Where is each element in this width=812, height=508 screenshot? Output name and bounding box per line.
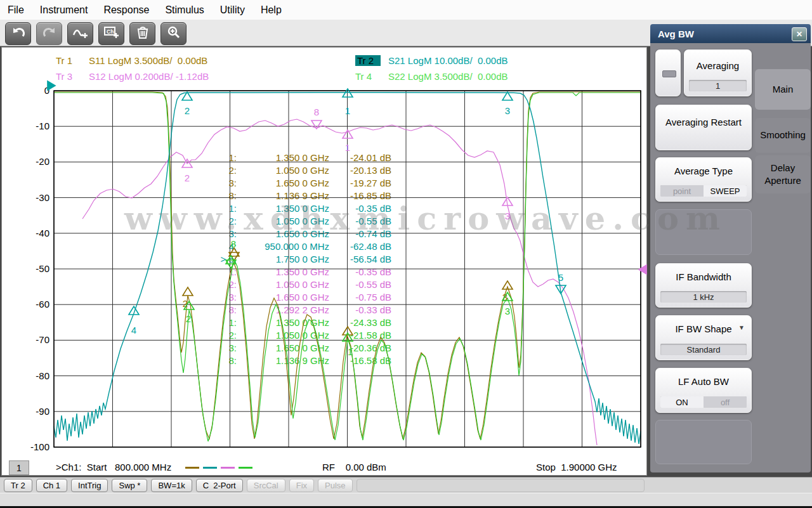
marker-cell: -0.33 dB: [329, 304, 391, 315]
averaging-restart-button[interactable]: Averaging Restart: [655, 105, 752, 150]
marker-cell: 3:: [213, 292, 237, 303]
trace-label-tr1[interactable]: Tr 1S11 LogM 3.500dB/ 0.00dB: [56, 55, 207, 66]
marker-cell: 1:: [213, 152, 237, 163]
marker-cell: 2:: [213, 330, 237, 341]
y-tick-label: -70: [5, 334, 49, 345]
marker-row-s22: 3:1.650 0 GHz-20.36 dB: [213, 342, 391, 355]
y-tick-label: -60: [5, 299, 49, 309]
status-bar-secondary: [0, 493, 812, 507]
marker-cell: -0.75 dB: [329, 292, 391, 303]
panel-placeholder: [655, 209, 752, 255]
if-bw-shape-value[interactable]: Standard: [660, 344, 747, 355]
status-button-bw1k[interactable]: BW=1k: [151, 479, 192, 492]
averaging-label: Averaging: [684, 60, 751, 71]
status-button-fix[interactable]: Fix: [289, 479, 314, 492]
delete-button[interactable]: [129, 22, 155, 45]
menu-item-response[interactable]: Response: [103, 4, 156, 16]
marker-row-s11: 2:1.050 0 GHz-20.13 dB: [213, 165, 391, 178]
marker-cell: 1:: [213, 203, 237, 214]
tab-main[interactable]: Main: [755, 69, 811, 110]
average-type-sweep-option[interactable]: SWEEP: [704, 185, 747, 197]
status-button-swp[interactable]: Swp *: [112, 479, 147, 492]
lf-auto-bw-button[interactable]: LF Auto BW ON off: [655, 368, 752, 413]
trace-id[interactable]: Tr 1: [56, 55, 81, 66]
tab-smoothing[interactable]: Smoothing: [755, 118, 811, 153]
zoom-button[interactable]: [160, 22, 187, 45]
trace-format: S22 LogM 3.500dB/ 0.00dB: [388, 71, 508, 82]
marker-cell: -0.74 dB: [329, 228, 391, 239]
menu-item-file[interactable]: File: [8, 4, 31, 16]
menu-bar: FileInstrumentResponseStimulusUtilityHel…: [0, 0, 812, 20]
marker-row-s12: 1:1.350 0 GHz-0.35 dB: [213, 266, 391, 279]
marker-cell: -16.58 dB: [329, 355, 391, 366]
marker-cell: -21.58 dB: [329, 330, 391, 341]
menu-item-stimulus[interactable]: Stimulus: [165, 4, 211, 16]
marker-cell: -24.01 dB: [329, 152, 391, 163]
marker-cell: 1.050 0 GHz: [237, 279, 329, 290]
marker-cell: 3:: [213, 228, 237, 239]
menu-item-help[interactable]: Help: [261, 4, 289, 16]
status-button-inttrig[interactable]: IntTrig: [71, 479, 108, 492]
averaging-button[interactable]: Averaging 1: [684, 49, 752, 96]
trace-label-tr4[interactable]: Tr 4S22 LogM 3.500dB/ 0.00dB: [355, 71, 508, 82]
average-type-button[interactable]: Average Type point SWEEP: [655, 157, 752, 202]
averaging-value[interactable]: 1: [689, 80, 747, 91]
status-button-pulse[interactable]: Pulse: [318, 479, 353, 492]
marker-row-s11: 3:1.650 0 GHz-19.27 dB: [213, 178, 391, 190]
trace-format: S11 LogM 3.500dB/ 0.00dB: [89, 55, 207, 66]
tab-delay-aperture[interactable]: Delay Aperture: [755, 155, 811, 193]
add-channel-button[interactable]: Ch: [98, 22, 124, 45]
marker-row-s21: 2:1.050 0 GHz-0.55 dB: [213, 216, 391, 228]
marker-cell: 2:: [213, 279, 237, 290]
marker-cell: 1.650 0 GHz: [237, 342, 329, 353]
avg-bw-panel-titlebar[interactable]: Avg BW ✕: [650, 24, 811, 43]
status-button-srccal[interactable]: SrcCal: [247, 479, 285, 492]
marker-row-s11: 1:1.350 0 GHz-24.01 dB: [213, 152, 391, 165]
status-button-ch1[interactable]: Ch 1: [36, 479, 67, 492]
channel-start-label[interactable]: >Ch1: Start 800.000 MHz: [56, 462, 171, 472]
rf-power-label[interactable]: RF 0.00 dBm: [322, 462, 386, 472]
chevron-down-icon[interactable]: ▼: [738, 324, 745, 331]
undo-button[interactable]: [5, 22, 31, 45]
add-trace-button[interactable]: [67, 22, 93, 45]
lf-auto-bw-on-option[interactable]: ON: [660, 396, 704, 408]
averaging-restart-label: Averaging Restart: [656, 116, 751, 128]
y-tick-label: -20: [5, 156, 49, 167]
trace-id[interactable]: Tr 2: [355, 55, 381, 66]
y-tick-label: -100: [5, 441, 49, 452]
averaging-led-indicator: [662, 70, 676, 77]
marker-row-s21: 1:1.350 0 GHz-0.35 dB: [213, 203, 391, 216]
average-type-point-option[interactable]: point: [660, 185, 704, 197]
marker-row-s22: 2:1.050 0 GHz-21.58 dB: [213, 330, 391, 342]
marker-cell: 1.650 0 GHz: [237, 228, 329, 239]
channel-tab[interactable]: 1: [9, 460, 29, 475]
status-button-c2port[interactable]: C 2-Port: [196, 479, 243, 492]
add-channel-icon: Ch: [103, 25, 120, 42]
close-icon[interactable]: ✕: [792, 27, 807, 41]
if-bandwidth-value[interactable]: 1 kHz: [660, 291, 747, 303]
marker-cell: 3:: [213, 178, 237, 188]
menu-item-instrument[interactable]: Instrument: [40, 4, 95, 16]
if-bw-shape-label: IF BW Shape: [656, 323, 751, 334]
trace-id[interactable]: Tr 3: [56, 71, 81, 82]
undo-icon: [11, 25, 26, 42]
if-bw-shape-button[interactable]: IF BW Shape ▼ Standard: [655, 315, 752, 360]
averaging-toggle-button[interactable]: [655, 49, 681, 96]
marker-cell: 1.350 0 GHz: [237, 266, 329, 277]
marker-cell: 1.050 0 GHz: [237, 216, 329, 226]
trace-id[interactable]: Tr 4: [355, 71, 381, 82]
menu-item-utility[interactable]: Utility: [220, 4, 252, 16]
marker-row-s22: 8:1.136 9 GHz-16.58 dB: [213, 355, 391, 368]
marker-cell: -20.36 dB: [329, 342, 391, 353]
trace-label-tr2[interactable]: Tr 2S21 LogM 10.00dB/ 0.00dB: [355, 55, 508, 66]
status-button-tr2[interactable]: Tr 2: [4, 479, 32, 492]
trace-label-tr3[interactable]: Tr 3S12 LogM 0.200dB/ -1.12dB: [56, 71, 209, 82]
marker-row-s12: 8:1.292 2 GHz-0.33 dB: [213, 304, 391, 317]
y-tick-label: -40: [5, 228, 49, 238]
marker-cell: -20.13 dB: [329, 165, 391, 176]
marker-cell: 1.136 9 GHz: [237, 355, 329, 366]
stop-frequency-label[interactable]: Stop 1.90000 GHz: [536, 462, 617, 472]
marker-cell: 2:: [213, 165, 237, 176]
if-bandwidth-button[interactable]: IF Bandwidth 1 kHz: [655, 263, 752, 308]
lf-auto-bw-off-option[interactable]: off: [704, 396, 747, 408]
